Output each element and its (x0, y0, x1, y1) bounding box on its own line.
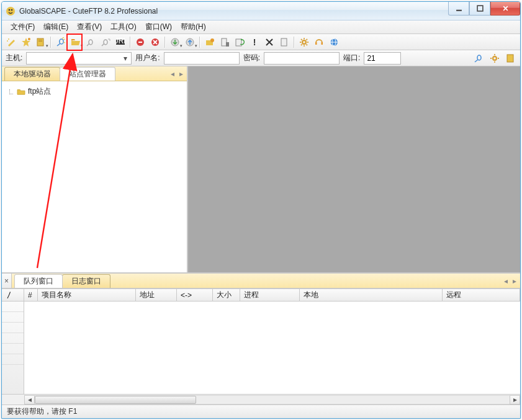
svg-rect-4 (477, 6, 483, 11)
cancel-icon[interactable] (148, 35, 162, 49)
app-icon (6, 6, 16, 16)
svg-rect-28 (315, 42, 317, 45)
tab-queue[interactable]: 队列窗口 (14, 274, 63, 288)
menu-edit[interactable]: 编辑(E) (40, 20, 72, 34)
notebook-icon[interactable] (34, 35, 48, 49)
folder-open-icon[interactable] (69, 35, 83, 49)
gear-icon[interactable] (297, 35, 311, 49)
document-icon[interactable] (277, 35, 291, 49)
close-button[interactable] (490, 2, 520, 16)
tab-local-drives[interactable]: 本地驱动器 (4, 67, 60, 81)
connect-icon[interactable] (54, 35, 68, 49)
svg-point-22 (210, 38, 214, 42)
bookmark-icon[interactable] (504, 51, 518, 65)
alert-icon[interactable]: ! (248, 35, 261, 49)
svg-point-27 (302, 40, 306, 44)
menu-file[interactable]: 文件(F) (7, 20, 38, 34)
host-label: 主机: (4, 53, 24, 63)
tab-log[interactable]: 日志窗口 (62, 274, 110, 288)
col-local[interactable]: 本地 (300, 289, 443, 301)
gear2-icon[interactable] (488, 51, 502, 65)
headset-icon[interactable] (312, 35, 326, 49)
svg-rect-23 (222, 38, 227, 46)
minimize-button[interactable] (448, 2, 469, 16)
queue-close-icon[interactable]: × (2, 274, 12, 288)
svg-rect-26 (281, 38, 287, 46)
star-icon[interactable] (19, 35, 33, 49)
tab-scroll-left-icon[interactable]: ◂ (168, 69, 177, 79)
titlebar: GlobalSCAPE - CuteFTP 8.2 Professional (2, 2, 520, 20)
col-addr[interactable]: 地址 (136, 289, 177, 301)
svg-point-0 (6, 7, 15, 16)
scroll-thumb[interactable] (35, 396, 196, 404)
menu-tools[interactable]: 工具(O) (107, 20, 140, 34)
status-text: 要获得帮助，请按 F1 (7, 406, 77, 417)
download-icon[interactable] (168, 35, 182, 49)
svg-point-32 (477, 55, 481, 60)
svg-point-1 (9, 9, 11, 11)
new-folder-icon[interactable] (203, 35, 217, 49)
host-input[interactable] (29, 53, 122, 64)
user-label: 用户名: (134, 53, 161, 63)
pass-label: 密码: (242, 53, 261, 63)
svg-rect-10 (38, 41, 42, 42)
url-icon[interactable]: URL (114, 35, 127, 49)
refresh-icon[interactable] (233, 35, 246, 49)
user-input[interactable] (164, 52, 240, 65)
col-remote[interactable]: 远程 (443, 289, 520, 301)
quick-connect-icon[interactable] (472, 51, 485, 65)
reconnect-icon[interactable] (99, 35, 112, 49)
host-dropdown-icon[interactable]: ▾ (122, 54, 128, 63)
tab-site-manager[interactable]: 站点管理器 (60, 67, 115, 81)
delete-icon[interactable] (263, 35, 276, 49)
site-tree[interactable]: ftp站点 (2, 81, 187, 272)
menu-window[interactable]: 窗口(W) (142, 20, 176, 34)
scroll-left-icon[interactable]: ◂ (24, 395, 35, 404)
scroll-right-icon[interactable]: ▸ (510, 395, 520, 404)
svg-rect-8 (37, 38, 43, 46)
tab-scroll-right-icon[interactable]: ▸ (177, 69, 186, 79)
col-dir[interactable]: <-> (177, 289, 213, 301)
properties-icon[interactable] (218, 35, 232, 49)
disconnect-icon[interactable] (84, 35, 97, 49)
tree-root-node[interactable]: ftp站点 (8, 86, 181, 97)
bottom-tab-scroll-left-icon[interactable]: ◂ (502, 276, 510, 286)
scroll-track[interactable] (35, 395, 510, 404)
svg-rect-25 (236, 39, 241, 46)
grid-cells (24, 302, 520, 394)
svg-rect-34 (507, 55, 513, 62)
stop-icon[interactable] (133, 35, 147, 49)
col-prog[interactable]: 进程 (240, 289, 300, 301)
col-num[interactable]: # (24, 289, 38, 301)
svg-rect-9 (38, 40, 42, 40)
wizard-icon[interactable] (4, 35, 18, 49)
port-label: 端口: (342, 53, 361, 63)
tree-root-label: ftp站点 (28, 86, 51, 97)
globe-icon[interactable] (327, 35, 341, 49)
menu-help[interactable]: 帮助(H) (177, 20, 210, 34)
pass-input[interactable] (264, 52, 340, 65)
svg-point-6 (7, 40, 8, 42)
svg-rect-24 (226, 42, 229, 47)
svg-point-33 (493, 56, 497, 60)
grid-row-headers (2, 302, 24, 394)
menu-view[interactable]: 查看(V) (73, 20, 106, 34)
svg-point-5 (8, 38, 9, 40)
folder-icon (17, 88, 25, 96)
bottom-tab-scroll-right-icon[interactable]: ▸ (510, 276, 519, 286)
port-input[interactable] (364, 52, 401, 65)
svg-rect-29 (322, 42, 323, 45)
upload-icon[interactable] (183, 35, 197, 49)
toolbar: URL ! (2, 34, 520, 50)
col-handle[interactable]: 〳 (2, 289, 24, 301)
grid-hscroll[interactable]: ◂ ▸ (2, 394, 520, 404)
svg-rect-3 (456, 10, 462, 11)
col-size[interactable]: 大小 (213, 289, 240, 301)
menubar: 文件(F) 编辑(E) 查看(V) 工具(O) 窗口(W) 帮助(H) (2, 20, 520, 34)
svg-rect-17 (138, 42, 142, 43)
maximize-button[interactable] (469, 2, 490, 16)
svg-point-7 (28, 38, 30, 40)
col-item[interactable]: 项目名称 (38, 289, 136, 301)
host-combo[interactable]: ▾ (26, 52, 132, 65)
window-title: GlobalSCAPE - CuteFTP 8.2 Professional (19, 7, 448, 16)
